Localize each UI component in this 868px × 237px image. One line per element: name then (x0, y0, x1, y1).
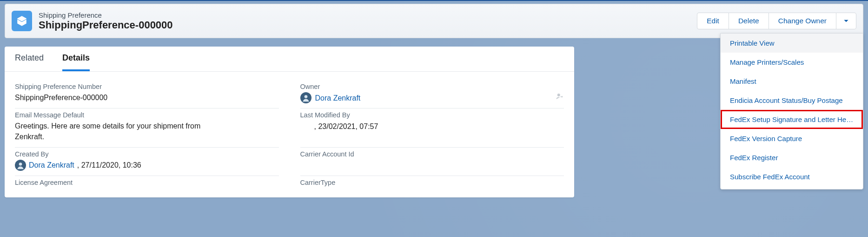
page-title: ShippingPreference-000000 (39, 19, 173, 31)
field-value-carrier-account (300, 160, 564, 171)
dropdown-item[interactable]: Manifest (721, 72, 863, 91)
change-owner-icon[interactable] (556, 92, 564, 103)
object-label: Shipping Preference (39, 11, 173, 19)
change-owner-button[interactable]: Change Owner (769, 13, 836, 29)
dropdown-item[interactable]: Manage Printers/Scales (721, 53, 863, 72)
action-button-group: Edit Delete Change Owner (697, 13, 856, 29)
avatar (300, 92, 311, 103)
dropdown-item[interactable]: FedEx Version Capture (721, 129, 863, 148)
field-label-last-modified: Last Modified By (300, 111, 564, 119)
field-label-license: License Agreement (15, 179, 279, 186)
dropdown-item[interactable]: Endicia Account Status/Buy Postage (721, 91, 863, 110)
field-value-sp-number: ShippingPreference-000000 (15, 92, 279, 103)
svg-point-1 (304, 95, 307, 98)
created-by-link[interactable]: Dora Zenkraft (29, 160, 74, 170)
actions-dropdown: Printable ViewManage Printers/ScalesMani… (720, 33, 863, 190)
created-by-timestamp: , 27/11/2020, 10:36 (77, 160, 141, 170)
field-label-owner: Owner (300, 83, 564, 90)
svg-point-4 (19, 163, 22, 166)
edit-button[interactable]: Edit (697, 13, 729, 29)
avatar (15, 160, 26, 171)
tab-details[interactable]: Details (62, 53, 90, 71)
tab-related[interactable]: Related (15, 53, 44, 71)
object-icon (12, 11, 32, 31)
chevron-down-icon (843, 18, 849, 24)
owner-link[interactable]: Dora Zenkraft (315, 93, 361, 103)
field-value-last-modified: , 23/02/2021, 07:57 (300, 121, 564, 132)
dropdown-item[interactable]: FedEx Register (721, 148, 863, 167)
field-label-sp-number: Shipping Preference Number (15, 83, 279, 90)
dropdown-item[interactable]: FedEx Setup Signature and Letter Head (721, 110, 863, 129)
more-actions-button[interactable] (836, 13, 856, 29)
dropdown-item[interactable]: Subscribe FedEx Account (721, 167, 863, 186)
delete-button[interactable]: Delete (729, 13, 769, 29)
svg-point-2 (557, 94, 560, 96)
field-label-carrier-account: Carrier Account Id (300, 150, 564, 158)
field-value-email-default: Greetings. Here are some details for you… (15, 121, 229, 142)
field-label-email-default: Email Message Default (15, 111, 279, 119)
field-label-created-by: Created By (15, 150, 279, 158)
field-label-carrier-type: CarrierType (300, 179, 564, 186)
dropdown-item[interactable]: Printable View (721, 34, 863, 53)
